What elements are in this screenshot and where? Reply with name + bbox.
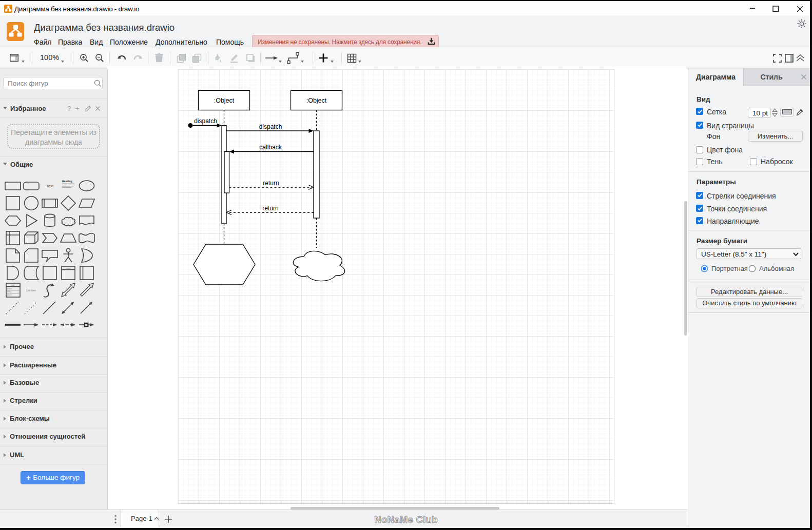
svg-text::Object: :Object (214, 97, 235, 104)
svg-text:dispatch: dispatch (194, 117, 217, 125)
svg-text:List: List (11, 284, 15, 286)
svg-text:Item 1: Item 1 (7, 288, 12, 290)
svg-text:Text: Text (46, 184, 54, 188)
svg-text:Item 3: Item 3 (7, 294, 12, 296)
svg-text:Heading: Heading (62, 180, 72, 183)
svg-text:Item 2: Item 2 (7, 291, 12, 293)
svg-text::Object: :Object (306, 97, 327, 104)
svg-text:callback: callback (259, 144, 282, 151)
svg-text:aaaa: aaaa (66, 267, 71, 269)
svg-text:List Item: List Item (26, 289, 36, 292)
svg-text:dispatch: dispatch (259, 123, 282, 130)
svg-text:return: return (262, 205, 278, 212)
svg-text:return: return (263, 180, 279, 187)
